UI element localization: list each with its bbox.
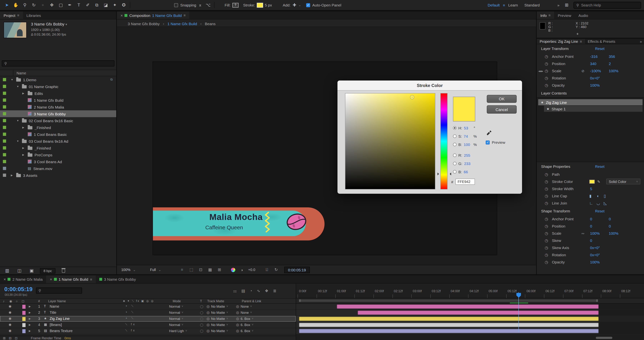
butt-cap-icon[interactable]: ▮	[589, 194, 592, 198]
miter-join-icon[interactable]: ∟	[589, 201, 593, 205]
hue-marker-left-icon[interactable]	[438, 173, 440, 175]
layer-color-chip[interactable]	[22, 329, 26, 333]
hue-marker-right-icon[interactable]	[448, 173, 451, 175]
clone-stamp-tool-icon[interactable]: ⧉	[93, 1, 101, 9]
property-value[interactable]: 100%	[590, 231, 600, 235]
bit-depth-button[interactable]: 8 bpc	[40, 268, 56, 273]
visibility-eye-icon[interactable]: ◉	[9, 305, 12, 308]
field-value[interactable]: 74	[464, 134, 472, 138]
property-value[interactable]: 0	[609, 217, 611, 221]
stroke-color-swatch[interactable]	[589, 180, 595, 183]
property-label[interactable]: Rotation	[550, 253, 566, 257]
timeline-tab-build[interactable]: × 1 Name Gfx Build ≡	[46, 275, 96, 283]
preserve-transparency-toggle[interactable]	[200, 324, 203, 327]
stopwatch-icon[interactable]: ◷	[545, 245, 550, 250]
stopwatch-icon[interactable]: ◷	[545, 83, 550, 87]
blend-mode-dropdown[interactable]: Normal˅	[169, 311, 183, 315]
layer-duration-bar[interactable]	[299, 317, 598, 321]
type-tool-icon[interactable]: T	[75, 1, 83, 9]
project-item[interactable]: 3 Name Gfx Bobby	[0, 110, 116, 117]
property-label[interactable]: Scale	[550, 69, 562, 73]
stopwatch-icon[interactable]: ◷	[545, 238, 550, 243]
label-color-chip[interactable]	[3, 146, 6, 149]
playhead-line[interactable]	[518, 292, 519, 332]
track-lane[interactable]	[296, 316, 644, 322]
project-item[interactable]: ▼03 Cool Beans 9x16 Ad	[0, 138, 116, 144]
ok-button[interactable]: OK	[487, 95, 517, 103]
preview-option[interactable]: Preview	[486, 140, 505, 144]
property-value[interactable]: 100%	[590, 83, 600, 87]
layer-switches[interactable]: ⚬ ⟍	[125, 311, 135, 314]
timeline-search-input[interactable]: ⚲	[36, 288, 82, 294]
property-label[interactable]: Path	[550, 172, 560, 176]
property-value[interactable]: 0	[590, 238, 592, 243]
number-column-label[interactable]: #	[38, 299, 40, 303]
brush-tool-icon[interactable]: ✐	[84, 1, 92, 9]
panel-menu-icon[interactable]: ≡	[90, 277, 92, 281]
saturation-brightness-field[interactable]	[345, 93, 435, 189]
property-value[interactable]: 0x+0°	[590, 253, 600, 257]
label-color-chip[interactable]	[3, 133, 6, 136]
fill-type-dropdown[interactable]: Solid Color˅	[606, 179, 640, 184]
layer-expand-icon[interactable]: ▶	[29, 330, 31, 333]
layer-duration-bar[interactable]	[299, 329, 598, 333]
track-matte-dropdown[interactable]: ◎No Matte˅	[206, 305, 228, 308]
property-label[interactable]: Line Cap	[550, 194, 567, 198]
property-label[interactable]: Rotation	[550, 76, 566, 80]
mode-column-label[interactable]: Mode	[173, 299, 181, 303]
blend-mode-dropdown[interactable]: Normal˅	[169, 305, 183, 308]
tab-preview[interactable]: Preview	[554, 11, 575, 19]
visibility-eye-icon[interactable]: ◉	[9, 323, 12, 326]
blend-mode-dropdown[interactable]: Hard Ligh˅	[169, 329, 187, 333]
track-matte-dropdown[interactable]: ◎No Matte˅	[206, 317, 228, 321]
project-item[interactable]: ▼01 Name Graphic	[0, 83, 116, 90]
label-color-chip[interactable]	[3, 174, 6, 177]
label-color-chip[interactable]	[3, 98, 6, 102]
tab-effects-presets[interactable]: Effects & Presets	[585, 39, 618, 44]
layer-row[interactable]: ◉▶2TTitle⚬ ⟍Normal˅◎No Matte˅◎None˅	[0, 310, 296, 316]
interpret-footage-icon[interactable]: ▥	[3, 267, 11, 275]
project-item[interactable]: 2 Name Gfx Malia	[0, 103, 116, 110]
motion-blur-icon[interactable]: ❖	[265, 289, 268, 293]
radio-button[interactable]	[453, 126, 456, 130]
track-lane[interactable]	[296, 322, 644, 328]
stroke-width-label[interactable]: 5 px	[265, 3, 272, 7]
ruler-icon[interactable]: ⊞	[216, 267, 222, 272]
field-value[interactable]: 53	[464, 126, 472, 130]
stopwatch-icon[interactable]: ◷	[545, 201, 550, 205]
stroke-label[interactable]: Stroke:	[243, 3, 255, 7]
stroke-swatch[interactable]	[257, 3, 263, 7]
expand-layers-icon[interactable]: ⊞	[3, 336, 6, 340]
new-folder-icon[interactable]: ◫	[16, 267, 24, 275]
track-lane[interactable]	[296, 310, 644, 316]
hue-slider[interactable]	[440, 93, 448, 189]
workspace-bar-icon[interactable]: ⊞	[563, 1, 570, 9]
preserve-transparency-toggle[interactable]	[200, 330, 203, 333]
property-label[interactable]: Position	[550, 61, 566, 66]
zoom-tool-icon[interactable]: ⚲	[21, 1, 29, 9]
keyframe-navigator[interactable]: ◀◆▶	[537, 69, 545, 72]
selection-tool-icon[interactable]: ➤	[3, 1, 11, 9]
region-of-interest-icon[interactable]: ⊡	[198, 267, 204, 272]
panel-menu-icon[interactable]: ≡	[580, 39, 582, 43]
workspace-default[interactable]: Default	[488, 3, 500, 7]
parent-link-dropdown[interactable]: ◎None˅	[236, 305, 252, 308]
pan-behind-tool-icon[interactable]: ✥	[48, 1, 56, 9]
label-color-chip[interactable]	[3, 160, 6, 163]
visibility-eye-icon[interactable]: ◉	[9, 311, 12, 314]
property-value[interactable]: 0	[590, 224, 592, 228]
project-item[interactable]: ▶_Finished	[0, 144, 116, 151]
parent-link-dropdown[interactable]: ◎None˅	[236, 311, 252, 315]
property-value[interactable]: 0	[590, 217, 592, 221]
refresh-icon[interactable]: ↻	[273, 267, 279, 272]
hand-tool-icon[interactable]: ✋	[12, 1, 20, 9]
stopwatch-icon[interactable]: ◷	[545, 179, 550, 184]
camera-tool-icon[interactable]: ⌖	[39, 1, 47, 9]
magnification-dropdown[interactable]: 100% ⌄	[121, 268, 136, 272]
panel-menu-icon[interactable]: ≡	[184, 13, 186, 17]
project-item[interactable]: ▶Edits	[0, 90, 116, 97]
layer-name[interactable]: [Beans]	[50, 323, 62, 327]
timeline-ruler[interactable]: 0:00f00:12f01:00f01:12f02:00f02:12f03:00…	[296, 284, 644, 298]
layer-row[interactable]: ◉▶5▤Beans Texture⟍ fxHard Ligh˅◎No Matte…	[0, 328, 296, 334]
breadcrumb-item[interactable]: Beans	[205, 21, 216, 26]
